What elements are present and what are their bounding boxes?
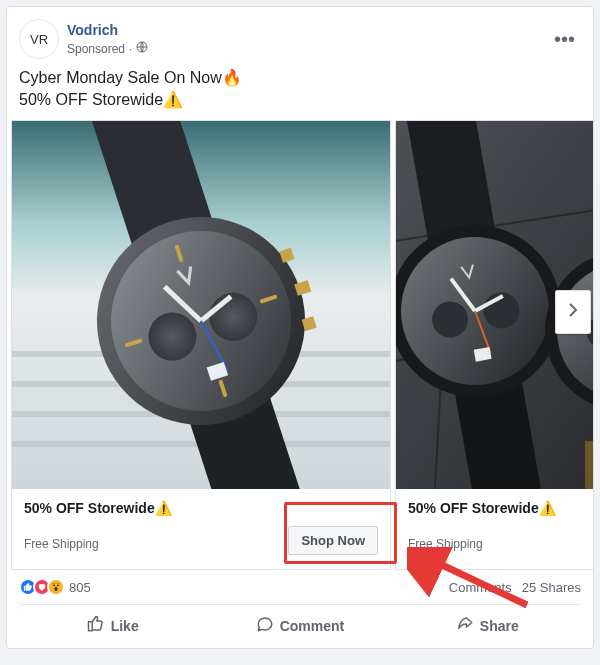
post-text-line2: 50% OFF Storewide⚠️: [19, 89, 581, 111]
sponsored-label[interactable]: Sponsored: [67, 42, 125, 58]
like-button-label: Like: [111, 618, 139, 634]
sponsored-row: Sponsored ·: [67, 41, 548, 58]
share-button[interactable]: Share: [394, 605, 581, 648]
carousel-card[interactable]: 50% OFF Storewide⚠️ Free Shipping Shop N…: [11, 120, 391, 570]
share-icon: [456, 615, 474, 636]
carousel-next-button[interactable]: [555, 290, 591, 334]
dot-separator: ·: [129, 43, 132, 56]
post-card: VR Vodrich Sponsored · ••• Cyber Monday …: [6, 6, 594, 649]
carousel-card-body: 50% OFF Storewide⚠️ Free Shipping: [396, 489, 593, 569]
post-text: Cyber Monday Sale On Now🔥 50% OFF Storew…: [7, 67, 593, 120]
svg-point-45: [55, 587, 58, 591]
like-button[interactable]: Like: [19, 605, 206, 648]
globe-icon: [136, 41, 148, 58]
page-name-link[interactable]: Vodrich: [67, 22, 118, 38]
more-options-icon[interactable]: •••: [548, 23, 581, 55]
post-header: VR Vodrich Sponsored · •••: [7, 7, 593, 67]
svg-point-43: [53, 585, 55, 587]
post-header-text: Vodrich Sponsored ·: [67, 20, 548, 57]
comment-count[interactable]: Comments: [449, 580, 512, 595]
page-avatar[interactable]: VR: [19, 19, 59, 59]
reactions-bar: 805 Comments 25 Shares: [7, 570, 593, 600]
product-image[interactable]: [12, 121, 390, 489]
engagement-counts: Comments 25 Shares: [449, 580, 581, 595]
comment-button[interactable]: Comment: [206, 605, 393, 648]
reaction-icons: [19, 578, 65, 596]
reaction-summary[interactable]: 805: [19, 578, 91, 596]
share-button-label: Share: [480, 618, 519, 634]
post-text-line1: Cyber Monday Sale On Now🔥: [19, 67, 581, 89]
carousel-card-title: 50% OFF Storewide⚠️: [24, 499, 378, 517]
wow-reaction-icon: [47, 578, 65, 596]
actions-bar: Like Comment Share: [19, 604, 581, 648]
comment-icon: [256, 615, 274, 636]
ad-carousel[interactable]: 50% OFF Storewide⚠️ Free Shipping Shop N…: [7, 120, 593, 570]
chevron-right-icon: [567, 302, 579, 323]
carousel-card-subtitle: Free Shipping: [408, 537, 593, 551]
carousel-card[interactable]: 50% OFF Storewide⚠️ Free Shipping: [395, 120, 593, 570]
reaction-count: 805: [69, 580, 91, 595]
svg-rect-41: [585, 441, 593, 489]
shop-now-button[interactable]: Shop Now: [288, 526, 378, 555]
carousel-card-title: 50% OFF Storewide⚠️: [408, 499, 593, 517]
carousel-card-body: 50% OFF Storewide⚠️ Free Shipping Shop N…: [12, 489, 390, 569]
thumb-up-icon: [87, 615, 105, 636]
svg-point-44: [57, 585, 59, 587]
share-count[interactable]: 25 Shares: [522, 580, 581, 595]
comment-button-label: Comment: [280, 618, 345, 634]
